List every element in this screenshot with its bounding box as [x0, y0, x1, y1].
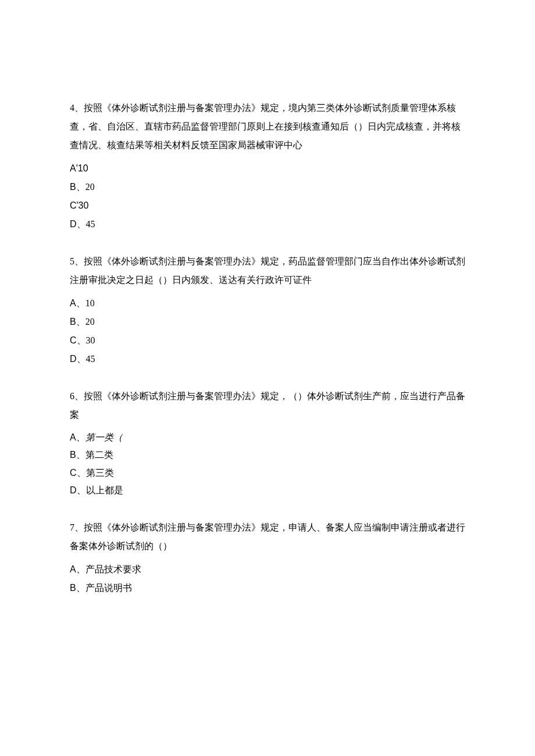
- option-b: B、20: [70, 313, 465, 331]
- option-a-rest: 、10: [76, 298, 95, 308]
- question-7: 7、按照《体外诊断试剂注册与备案管理办法》规定，申请人、备案人应当编制申请注册或…: [70, 518, 465, 597]
- question-5-stem: 5、按照《体外诊断试剂注册与备案管理办法》规定，药品监督管理部门应当自作出体外诊…: [70, 252, 465, 289]
- option-a-label: A: [70, 432, 76, 442]
- option-c: C、第三类: [70, 464, 465, 482]
- question-6-stem: 6、按照《体外诊断试剂注册与备案管理办法》规定，（）体外诊断试剂生产前，应当进行…: [70, 387, 465, 424]
- option-c: C'30: [70, 196, 465, 215]
- option-b: B、20: [70, 178, 465, 196]
- option-c-label: C: [70, 468, 77, 478]
- question-5: 5、按照《体外诊断试剂注册与备案管理办法》规定，药品监督管理部门应当自作出体外诊…: [70, 252, 465, 368]
- option-a: A、产品技术要求: [70, 560, 465, 579]
- option-b-rest: 、产品说明书: [76, 583, 132, 593]
- option-a-label: A: [70, 564, 76, 574]
- option-b-label: B: [70, 317, 76, 327]
- option-b-rest: 、第二类: [76, 450, 113, 460]
- option-c: C、30: [70, 331, 465, 350]
- option-b-label: B: [70, 182, 76, 192]
- option-d-label: D: [70, 354, 77, 364]
- document-page: 4、按照《体外诊断试剂注册与备案管理办法》规定，境内第三类体外诊断试剂质量管理体…: [0, 0, 535, 756]
- option-b: B、第二类: [70, 446, 465, 464]
- question-4: 4、按照《体外诊断试剂注册与备案管理办法》规定，境内第三类体外诊断试剂质量管理体…: [70, 99, 465, 234]
- option-a: A、第一类（: [70, 429, 465, 446]
- option-a-rest: 、产品技术要求: [76, 564, 141, 574]
- option-b-rest: 、20: [76, 182, 95, 192]
- question-6: 6、按照《体外诊断试剂注册与备案管理办法》规定，（）体外诊断试剂生产前，应当进行…: [70, 387, 465, 500]
- question-7-stem: 7、按照《体外诊断试剂注册与备案管理办法》规定，申请人、备案人应当编制申请注册或…: [70, 518, 465, 556]
- option-c-rest: 、30: [77, 335, 95, 345]
- option-d-rest: 、45: [77, 219, 95, 229]
- option-c-text: C'30: [70, 200, 88, 210]
- option-c-rest: 、第三类: [77, 468, 114, 478]
- option-b-label: B: [70, 583, 76, 593]
- option-d-rest: 、45: [77, 354, 95, 364]
- question-6-options: A、第一类（ B、第二类 C、第三类 D、以上都是: [70, 429, 465, 500]
- option-d-label: D: [70, 219, 77, 229]
- option-a-text: A'10: [70, 163, 88, 173]
- question-7-options: A、产品技术要求 B、产品说明书: [70, 560, 465, 597]
- option-a: A、10: [70, 294, 465, 313]
- option-d-rest: 、以上都是: [77, 485, 123, 495]
- option-a-sep: 、: [76, 432, 85, 442]
- question-5-options: A、10 B、20 C、30 D、45: [70, 294, 465, 368]
- option-d: D、45: [70, 350, 465, 368]
- option-d: D、45: [70, 215, 465, 234]
- option-a: A'10: [70, 159, 465, 178]
- option-a-ital: 第一类（: [85, 432, 123, 442]
- question-4-options: A'10 B、20 C'30 D、45: [70, 159, 465, 234]
- option-b: B、产品说明书: [70, 579, 465, 597]
- option-b-rest: 、20: [76, 317, 95, 327]
- option-d-label: D: [70, 485, 77, 495]
- option-a-label: A: [70, 298, 76, 308]
- option-c-label: C: [70, 335, 77, 345]
- question-4-stem: 4、按照《体外诊断试剂注册与备案管理办法》规定，境内第三类体外诊断试剂质量管理体…: [70, 99, 465, 155]
- option-b-label: B: [70, 450, 76, 460]
- option-d: D、以上都是: [70, 482, 465, 499]
